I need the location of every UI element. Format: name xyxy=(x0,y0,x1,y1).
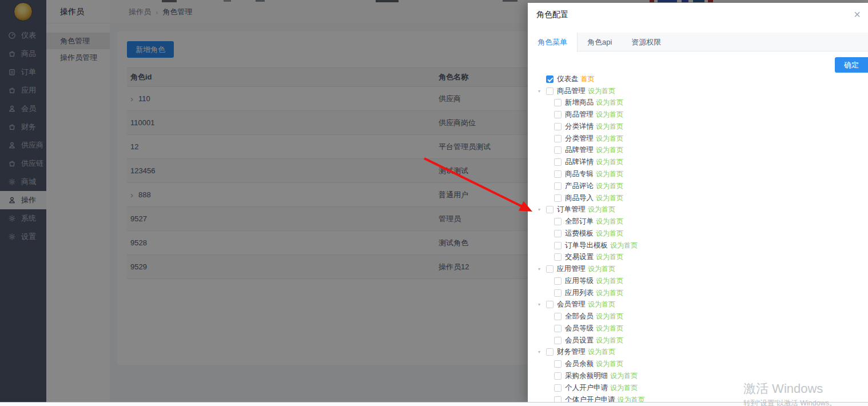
tree-node-label: 全部订单 xyxy=(565,217,594,226)
checkbox[interactable] xyxy=(554,325,562,332)
tree-node: 运费模板设为首页 xyxy=(538,228,866,240)
confirm-button[interactable]: 确定 xyxy=(835,57,868,73)
checkbox[interactable] xyxy=(554,360,562,368)
checkbox[interactable] xyxy=(554,146,562,154)
set-home-link[interactable]: 设为首页 xyxy=(596,276,623,286)
checkbox[interactable] xyxy=(554,170,562,178)
checkbox[interactable] xyxy=(554,253,562,261)
tree-node: 商品管理设为首页 xyxy=(538,109,866,121)
set-home-link[interactable]: 设为首页 xyxy=(596,252,623,262)
checkbox[interactable] xyxy=(546,87,554,95)
set-home-link[interactable]: 设为首页 xyxy=(588,205,615,214)
tree-node: 个体户开户申请设为首页 xyxy=(538,394,866,402)
tree-node: 采购余额明细设为首页 xyxy=(538,370,866,382)
tree-node: ▾商品管理设为首页 xyxy=(538,85,866,97)
tree-node: 仪表盘首页 xyxy=(538,73,866,85)
tree-node: 会员余额设为首页 xyxy=(538,358,866,370)
tree-node: 全部会员设为首页 xyxy=(538,311,866,323)
tree-node: 会员设置设为首页 xyxy=(538,335,866,347)
tree-node: 全部订单设为首页 xyxy=(538,216,866,228)
tree-node: 会员等级设为首页 xyxy=(538,323,866,335)
set-home-link[interactable]: 设为首页 xyxy=(596,181,623,191)
set-home-link[interactable]: 设为首页 xyxy=(596,98,623,108)
checkbox[interactable] xyxy=(554,396,562,402)
caret-down-icon[interactable]: ▾ xyxy=(538,207,546,212)
tree-node: 商品导入设为首页 xyxy=(538,192,866,204)
checkbox[interactable] xyxy=(546,265,554,273)
checkbox-checked[interactable] xyxy=(546,75,554,83)
checkbox[interactable] xyxy=(554,111,562,118)
checkbox[interactable] xyxy=(546,348,554,356)
set-home-link[interactable]: 设为首页 xyxy=(610,241,638,250)
set-home-link[interactable]: 设为首页 xyxy=(596,169,623,179)
tree-node-label: 全部会员 xyxy=(565,312,594,321)
caret-down-icon[interactable]: ▾ xyxy=(538,89,546,94)
tab-资源权限[interactable]: 资源权限 xyxy=(622,33,671,51)
close-icon[interactable]: × xyxy=(851,6,863,22)
menu-permission-tree[interactable]: 仪表盘首页▾商品管理设为首页新增商品设为首页商品管理设为首页分类详情设为首页分类… xyxy=(538,73,866,402)
tree-node: ▾应用管理设为首页 xyxy=(538,263,866,275)
tree-node: 个人开户申请设为首页 xyxy=(538,382,866,394)
set-home-link[interactable]: 设为首页 xyxy=(596,193,623,203)
checkbox[interactable] xyxy=(554,230,562,237)
checkbox[interactable] xyxy=(554,182,562,190)
tree-node-label: 产品评论 xyxy=(565,181,594,191)
tree-node: 交易设置设为首页 xyxy=(538,251,866,263)
set-home-link[interactable]: 设为首页 xyxy=(596,312,623,321)
tree-node: ▾财务管理设为首页 xyxy=(538,347,866,359)
checkbox[interactable] xyxy=(554,242,562,249)
checkbox[interactable] xyxy=(554,135,562,142)
tree-node-label: 会员余额 xyxy=(565,359,594,369)
set-home-link[interactable]: 设为首页 xyxy=(596,134,623,144)
tree-node-label: 分类管理 xyxy=(565,134,594,144)
checkbox[interactable] xyxy=(554,194,562,202)
checkbox[interactable] xyxy=(554,337,562,344)
checkbox[interactable] xyxy=(546,301,554,308)
set-home-link[interactable]: 设为首页 xyxy=(596,324,623,333)
checkbox[interactable] xyxy=(554,123,562,130)
tab-角色api[interactable]: 角色api xyxy=(578,33,622,51)
checkbox[interactable] xyxy=(546,206,554,213)
drawer-tabs: 角色菜单角色api资源权限 xyxy=(528,33,868,51)
set-home-link[interactable]: 设为首页 xyxy=(596,288,623,298)
tree-node-label: 采购余额明细 xyxy=(565,371,608,381)
tree-node-label: 会员等级 xyxy=(565,324,594,333)
set-home-link[interactable]: 设为首页 xyxy=(596,229,623,238)
caret-down-icon[interactable]: ▾ xyxy=(538,349,546,355)
set-home-link[interactable]: 设为首页 xyxy=(588,86,615,96)
checkbox[interactable] xyxy=(554,372,562,380)
set-home-link[interactable]: 设为首页 xyxy=(610,371,638,381)
caret-down-icon[interactable]: ▾ xyxy=(538,302,546,307)
tree-node-label: 订单导出模板 xyxy=(565,241,608,250)
checkbox[interactable] xyxy=(554,99,562,106)
set-home-link[interactable]: 设为首页 xyxy=(588,300,615,309)
checkbox[interactable] xyxy=(554,384,562,392)
checkbox[interactable] xyxy=(554,313,562,320)
tab-角色菜单[interactable]: 角色菜单 xyxy=(528,33,578,52)
checkbox[interactable] xyxy=(554,277,562,285)
set-home-link[interactable]: 设为首页 xyxy=(588,347,615,357)
modal-mask[interactable] xyxy=(0,0,528,402)
tree-node: 应用列表设为首页 xyxy=(538,287,866,299)
set-home-link[interactable]: 设为首页 xyxy=(610,383,638,393)
tree-node-label: 品牌详情 xyxy=(565,157,594,167)
checkbox[interactable] xyxy=(554,289,562,297)
set-home-link[interactable]: 设为首页 xyxy=(596,359,623,369)
set-home-link[interactable]: 设为首页 xyxy=(596,145,623,155)
checkbox[interactable] xyxy=(554,158,562,166)
set-home-link[interactable]: 设为首页 xyxy=(588,264,615,274)
set-home-link[interactable]: 设为首页 xyxy=(596,110,623,120)
tree-node-label: 商品管理 xyxy=(557,86,586,96)
checkbox[interactable] xyxy=(554,218,562,225)
set-home-link[interactable]: 设为首页 xyxy=(596,217,623,226)
tree-node-label: 应用管理 xyxy=(557,264,586,274)
caret-down-icon[interactable]: ▾ xyxy=(538,266,546,272)
set-home-link[interactable]: 设为首页 xyxy=(618,395,645,402)
set-home-link[interactable]: 设为首页 xyxy=(596,157,623,167)
home-tag[interactable]: 首页 xyxy=(581,74,595,84)
tree-node: ▾订单管理设为首页 xyxy=(538,204,866,216)
set-home-link[interactable]: 设为首页 xyxy=(596,122,623,132)
set-home-link[interactable]: 设为首页 xyxy=(596,336,623,345)
tree-node-label: 商品导入 xyxy=(565,193,594,203)
tree-node-label: 品牌管理 xyxy=(565,145,594,155)
